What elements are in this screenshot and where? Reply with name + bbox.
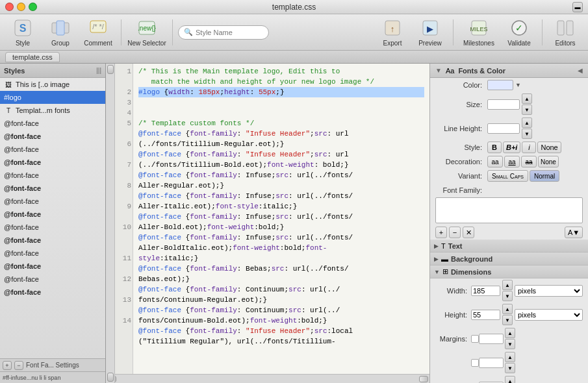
bold-btn[interactable]: B [487, 142, 502, 153]
code-text[interactable]: /* This is the Main template logo, Edit … [133, 64, 429, 374]
sidebar-item-ff2[interactable]: @font-face [0, 130, 105, 143]
dim-section-title: Dimensions [451, 268, 491, 276]
width-down-btn[interactable]: ▼ [502, 291, 513, 301]
new-selector-label: New Selector [127, 40, 166, 47]
size-up-btn[interactable]: ▲ [522, 93, 532, 104]
ff-delete-btn[interactable]: ✕ [463, 227, 474, 238]
sidebar-item-logo[interactable]: #logo [0, 91, 105, 104]
sidebar-item-ff3[interactable]: @font-face [0, 143, 105, 156]
margins-up-btn[interactable]: ▲ [505, 328, 515, 338]
width-input[interactable] [471, 286, 500, 296]
sidebar-remove-btn[interactable]: − [14, 361, 23, 370]
svg-text:✓: ✓ [515, 23, 523, 33]
sidebar-item-ff1[interactable]: @font-face [0, 117, 105, 130]
sidebar-item-ff10[interactable]: @font-face [0, 234, 105, 247]
ff-remove-btn[interactable]: − [449, 227, 461, 238]
editors-tool[interactable]: Editors [548, 17, 583, 48]
sidebar-item-template-fonts[interactable]: T Templat...m fonts [0, 104, 105, 117]
none-style-btn[interactable]: None [537, 142, 561, 153]
milestones-label: Milestones [463, 40, 494, 47]
sidebar-item-label: This is [..o image [16, 80, 70, 88]
tab-template-css[interactable]: template.css [5, 52, 60, 62]
width-up-btn[interactable]: ▲ [502, 280, 513, 290]
deco-none-btn[interactable]: None [538, 156, 559, 167]
lineheight-up-btn[interactable]: ▲ [522, 117, 532, 128]
height-input[interactable] [471, 310, 500, 320]
lineheight-down-btn[interactable]: ▼ [522, 129, 532, 139]
deco-underline-btn[interactable]: aa [504, 156, 520, 167]
margin-sub-up-2[interactable]: ▲ [505, 376, 515, 383]
left-scroll[interactable] [106, 64, 115, 383]
height-unit-select[interactable]: pixels % em [515, 309, 583, 321]
sidebar-item-ff13[interactable]: @font-face [0, 273, 105, 286]
sidebar-item-ff5[interactable]: @font-face [0, 169, 105, 182]
margin-sub-down-1[interactable]: ▼ [505, 363, 515, 373]
scroll-down-btn[interactable] [107, 373, 114, 382]
sidebar-item-ff12[interactable]: @font-face [0, 260, 105, 273]
dimensions-section-header[interactable]: ▼ ⊞ Dimensions [430, 266, 588, 278]
deco-aa-btn[interactable]: aa [487, 156, 503, 167]
scroll-up-btn[interactable] [107, 65, 114, 74]
sidebar-resize[interactable]: ||| [96, 67, 101, 74]
margin-sub-up-1[interactable]: ▲ [505, 352, 515, 362]
color-dropdown-arrow[interactable]: ▼ [515, 82, 521, 88]
maximize-button[interactable] [29, 3, 37, 11]
preview-tool[interactable]: ▶ Preview [413, 17, 448, 48]
bottom-scrollbar[interactable] [106, 374, 429, 383]
italic-btn[interactable]: i [522, 142, 536, 153]
ff-font-picker-btn[interactable]: A▼ [565, 227, 583, 238]
code-editor[interactable]: 1 2 3 4 5 6 7 8 9 10 11 [106, 64, 429, 383]
search-input[interactable] [196, 29, 263, 36]
export-tool[interactable]: ↑ Export [375, 17, 410, 48]
sidebar-item-ff9[interactable]: @font-face [0, 221, 105, 234]
panel-right-arrow[interactable]: ◀ [578, 67, 583, 74]
scroll-right-btn[interactable] [419, 376, 428, 382]
validate-tool[interactable]: ✓ Validate [502, 17, 537, 48]
margin-sub-checkbox-1[interactable] [471, 359, 479, 367]
comment-tool[interactable]: /* */ Comment [81, 17, 116, 48]
size-row: Size: ▲ ▼ [430, 92, 588, 116]
margins-input[interactable] [479, 334, 504, 344]
height-up-btn[interactable]: ▲ [502, 304, 513, 314]
validate-icon: ✓ [509, 18, 530, 38]
new-selector-tool[interactable]: .new{} New Selector [127, 17, 167, 48]
size-control: ▲ ▼ [487, 93, 583, 115]
collapse-button[interactable]: ▬ [572, 2, 583, 12]
height-down-btn[interactable]: ▼ [502, 315, 513, 325]
text-expand-arrow: ▶ [434, 243, 439, 249]
sidebar-item-ff8[interactable]: @font-face [0, 208, 105, 221]
bold-italic-btn[interactable]: B+i [503, 142, 520, 153]
sidebar-item-ff14[interactable]: @font-face [0, 286, 105, 299]
sidebar-items-list: 🖼 This is [..o image #logo T Templat...m… [0, 78, 105, 358]
sidebar-add-btn[interactable]: + [3, 361, 12, 370]
sidebar-item-ff11[interactable]: @font-face [0, 247, 105, 260]
normal-variant-btn[interactable]: Normal [530, 170, 559, 182]
color-swatch[interactable] [487, 80, 513, 90]
decoration-buttons: aa aa aa None [487, 156, 583, 167]
background-section-header[interactable]: ▶ ▬ Background [430, 253, 588, 266]
text-section-header[interactable]: ▶ T Text [430, 240, 588, 253]
deco-strikethrough-btn[interactable]: aa [521, 156, 537, 167]
small-caps-btn[interactable]: Small Caps [487, 170, 528, 182]
margins-down-btn[interactable]: ▼ [505, 339, 515, 349]
search-bar[interactable]: 🔍 [178, 25, 269, 40]
size-down-btn[interactable]: ▼ [522, 105, 532, 115]
minimize-button[interactable] [17, 3, 25, 11]
group-tool[interactable]: Group [43, 17, 78, 48]
font-family-input[interactable] [435, 197, 583, 223]
svg-text:▶: ▶ [427, 24, 433, 34]
panel-collapse-arrow[interactable]: ▼ [435, 67, 442, 74]
sidebar-item-ff7[interactable]: @font-face [0, 195, 105, 208]
style-tool[interactable]: S Style [5, 17, 40, 48]
margins-checkbox[interactable] [471, 335, 479, 343]
width-unit-select[interactable]: pixels % em [515, 285, 583, 297]
margin-sub-input-1[interactable] [479, 358, 504, 368]
milestones-tool[interactable]: MILES Milestones [459, 17, 499, 48]
ff-add-btn[interactable]: + [435, 227, 447, 238]
close-button[interactable] [5, 3, 14, 11]
size-input[interactable] [487, 99, 520, 110]
sidebar-item-ff4[interactable]: @font-face [0, 156, 105, 169]
line-height-input[interactable] [487, 123, 520, 134]
sidebar-item-image[interactable]: 🖼 This is [..o image [0, 78, 105, 91]
sidebar-item-ff6[interactable]: @font-face [0, 182, 105, 195]
